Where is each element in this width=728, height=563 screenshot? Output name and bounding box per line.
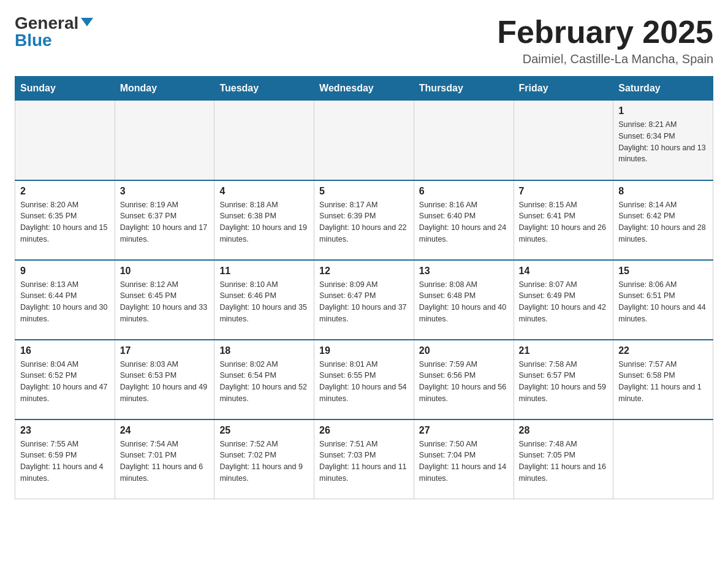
day-number: 3 xyxy=(120,186,210,197)
day-number: 10 xyxy=(120,266,210,277)
calendar-header-row: SundayMondayTuesdayWednesdayThursdayFrid… xyxy=(15,77,713,101)
calendar-table: SundayMondayTuesdayWednesdayThursdayFrid… xyxy=(15,76,713,499)
calendar-week-row: 9Sunrise: 8:13 AMSunset: 6:44 PMDaylight… xyxy=(15,260,713,340)
calendar-cell: 16Sunrise: 8:04 AMSunset: 6:52 PMDayligh… xyxy=(15,340,115,419)
calendar-cell: 6Sunrise: 8:16 AMSunset: 6:40 PMDaylight… xyxy=(414,180,514,260)
day-info: Sunrise: 8:14 AMSunset: 6:42 PMDaylight:… xyxy=(618,199,708,245)
day-number: 17 xyxy=(120,345,210,356)
day-info: Sunrise: 8:09 AMSunset: 6:47 PMDaylight:… xyxy=(319,279,409,325)
calendar-cell: 14Sunrise: 8:07 AMSunset: 6:49 PMDayligh… xyxy=(514,260,613,340)
day-number: 18 xyxy=(219,345,309,356)
day-number: 1 xyxy=(618,105,708,117)
calendar-cell: 10Sunrise: 8:12 AMSunset: 6:45 PMDayligh… xyxy=(115,260,214,340)
calendar-cell: 24Sunrise: 7:54 AMSunset: 7:01 PMDayligh… xyxy=(115,419,214,499)
calendar-cell: 23Sunrise: 7:55 AMSunset: 6:59 PMDayligh… xyxy=(15,419,115,499)
day-number: 20 xyxy=(419,345,509,356)
calendar-cell xyxy=(314,101,414,180)
calendar-cell: 9Sunrise: 8:13 AMSunset: 6:44 PMDaylight… xyxy=(15,260,115,340)
calendar-cell: 2Sunrise: 8:20 AMSunset: 6:35 PMDaylight… xyxy=(15,180,115,260)
day-info: Sunrise: 7:54 AMSunset: 7:01 PMDaylight:… xyxy=(120,439,210,484)
calendar-cell: 7Sunrise: 8:15 AMSunset: 6:41 PMDaylight… xyxy=(514,180,613,260)
day-number: 5 xyxy=(319,186,409,197)
calendar-cell: 26Sunrise: 7:51 AMSunset: 7:03 PMDayligh… xyxy=(314,419,414,499)
day-info: Sunrise: 7:51 AMSunset: 7:03 PMDaylight:… xyxy=(319,439,409,484)
calendar-cell xyxy=(414,101,514,180)
day-info: Sunrise: 7:59 AMSunset: 6:56 PMDaylight:… xyxy=(419,359,509,405)
calendar-cell: 3Sunrise: 8:19 AMSunset: 6:37 PMDaylight… xyxy=(115,180,214,260)
calendar-cell: 19Sunrise: 8:01 AMSunset: 6:55 PMDayligh… xyxy=(314,340,414,419)
day-info: Sunrise: 8:03 AMSunset: 6:53 PMDaylight:… xyxy=(120,359,210,405)
calendar-header-sunday: Sunday xyxy=(15,77,115,101)
day-info: Sunrise: 8:16 AMSunset: 6:40 PMDaylight:… xyxy=(419,199,509,245)
calendar-header-friday: Friday xyxy=(514,77,613,101)
calendar-cell xyxy=(115,101,214,180)
calendar-header-thursday: Thursday xyxy=(414,77,514,101)
calendar-cell xyxy=(514,101,613,180)
calendar-cell: 13Sunrise: 8:08 AMSunset: 6:48 PMDayligh… xyxy=(414,260,514,340)
day-info: Sunrise: 8:21 AMSunset: 6:34 PMDaylight:… xyxy=(618,119,708,165)
calendar-cell: 25Sunrise: 7:52 AMSunset: 7:02 PMDayligh… xyxy=(214,419,314,499)
day-info: Sunrise: 7:48 AMSunset: 7:05 PMDaylight:… xyxy=(519,439,609,484)
day-number: 11 xyxy=(219,266,309,277)
title-section: February 2025 Daimiel, Castille-La Manch… xyxy=(497,15,713,66)
day-info: Sunrise: 8:08 AMSunset: 6:48 PMDaylight:… xyxy=(419,279,509,325)
calendar-cell: 28Sunrise: 7:48 AMSunset: 7:05 PMDayligh… xyxy=(514,419,613,499)
day-info: Sunrise: 7:50 AMSunset: 7:04 PMDaylight:… xyxy=(419,439,509,484)
logo: General Blue xyxy=(15,15,93,49)
day-number: 19 xyxy=(319,345,409,356)
calendar-cell: 4Sunrise: 8:18 AMSunset: 6:38 PMDaylight… xyxy=(214,180,314,260)
day-info: Sunrise: 8:02 AMSunset: 6:54 PMDaylight:… xyxy=(219,359,309,405)
day-info: Sunrise: 8:04 AMSunset: 6:52 PMDaylight:… xyxy=(20,359,110,405)
day-number: 24 xyxy=(120,425,210,436)
calendar-cell: 18Sunrise: 8:02 AMSunset: 6:54 PMDayligh… xyxy=(214,340,314,419)
day-info: Sunrise: 8:18 AMSunset: 6:38 PMDaylight:… xyxy=(219,199,309,245)
calendar-cell: 22Sunrise: 7:57 AMSunset: 6:58 PMDayligh… xyxy=(613,340,713,419)
day-info: Sunrise: 8:19 AMSunset: 6:37 PMDaylight:… xyxy=(120,199,210,245)
calendar-cell: 5Sunrise: 8:17 AMSunset: 6:39 PMDaylight… xyxy=(314,180,414,260)
day-info: Sunrise: 8:13 AMSunset: 6:44 PMDaylight:… xyxy=(20,279,110,325)
calendar-cell: 1Sunrise: 8:21 AMSunset: 6:34 PMDaylight… xyxy=(613,101,713,180)
day-info: Sunrise: 7:57 AMSunset: 6:58 PMDaylight:… xyxy=(618,359,708,405)
calendar-week-row: 1Sunrise: 8:21 AMSunset: 6:34 PMDaylight… xyxy=(15,101,713,180)
calendar-week-row: 16Sunrise: 8:04 AMSunset: 6:52 PMDayligh… xyxy=(15,340,713,419)
page-header: General Blue February 2025 Daimiel, Cast… xyxy=(15,15,713,66)
calendar-cell: 27Sunrise: 7:50 AMSunset: 7:04 PMDayligh… xyxy=(414,419,514,499)
day-number: 16 xyxy=(20,345,110,356)
day-info: Sunrise: 8:15 AMSunset: 6:41 PMDaylight:… xyxy=(519,199,609,245)
calendar-cell: 15Sunrise: 8:06 AMSunset: 6:51 PMDayligh… xyxy=(613,260,713,340)
calendar-cell xyxy=(613,419,713,499)
day-number: 27 xyxy=(419,425,509,436)
calendar-cell: 21Sunrise: 7:58 AMSunset: 6:57 PMDayligh… xyxy=(514,340,613,419)
day-number: 6 xyxy=(419,186,509,197)
calendar-cell xyxy=(214,101,314,180)
day-info: Sunrise: 8:07 AMSunset: 6:49 PMDaylight:… xyxy=(519,279,609,325)
day-number: 12 xyxy=(319,266,409,277)
day-number: 7 xyxy=(519,186,609,197)
calendar-cell: 11Sunrise: 8:10 AMSunset: 6:46 PMDayligh… xyxy=(214,260,314,340)
calendar-week-row: 23Sunrise: 7:55 AMSunset: 6:59 PMDayligh… xyxy=(15,419,713,499)
calendar-cell: 17Sunrise: 8:03 AMSunset: 6:53 PMDayligh… xyxy=(115,340,214,419)
calendar-header-monday: Monday xyxy=(115,77,214,101)
day-info: Sunrise: 8:17 AMSunset: 6:39 PMDaylight:… xyxy=(319,199,409,245)
day-number: 4 xyxy=(219,186,309,197)
calendar-cell: 12Sunrise: 8:09 AMSunset: 6:47 PMDayligh… xyxy=(314,260,414,340)
day-number: 28 xyxy=(519,425,609,436)
day-info: Sunrise: 8:20 AMSunset: 6:35 PMDaylight:… xyxy=(20,199,110,245)
day-number: 25 xyxy=(219,425,309,436)
day-info: Sunrise: 8:06 AMSunset: 6:51 PMDaylight:… xyxy=(618,279,708,325)
day-info: Sunrise: 8:10 AMSunset: 6:46 PMDaylight:… xyxy=(219,279,309,325)
calendar-cell xyxy=(15,101,115,180)
day-number: 22 xyxy=(618,345,708,356)
day-number: 8 xyxy=(618,186,708,197)
day-number: 23 xyxy=(20,425,110,436)
calendar-week-row: 2Sunrise: 8:20 AMSunset: 6:35 PMDaylight… xyxy=(15,180,713,260)
logo-general-text: General xyxy=(15,15,78,32)
day-info: Sunrise: 7:58 AMSunset: 6:57 PMDaylight:… xyxy=(519,359,609,405)
day-info: Sunrise: 8:01 AMSunset: 6:55 PMDaylight:… xyxy=(319,359,409,405)
day-number: 9 xyxy=(20,266,110,277)
day-number: 13 xyxy=(419,266,509,277)
day-info: Sunrise: 8:12 AMSunset: 6:45 PMDaylight:… xyxy=(120,279,210,325)
calendar-header-saturday: Saturday xyxy=(613,77,713,101)
day-number: 21 xyxy=(519,345,609,356)
logo-blue-text: Blue xyxy=(15,32,52,49)
